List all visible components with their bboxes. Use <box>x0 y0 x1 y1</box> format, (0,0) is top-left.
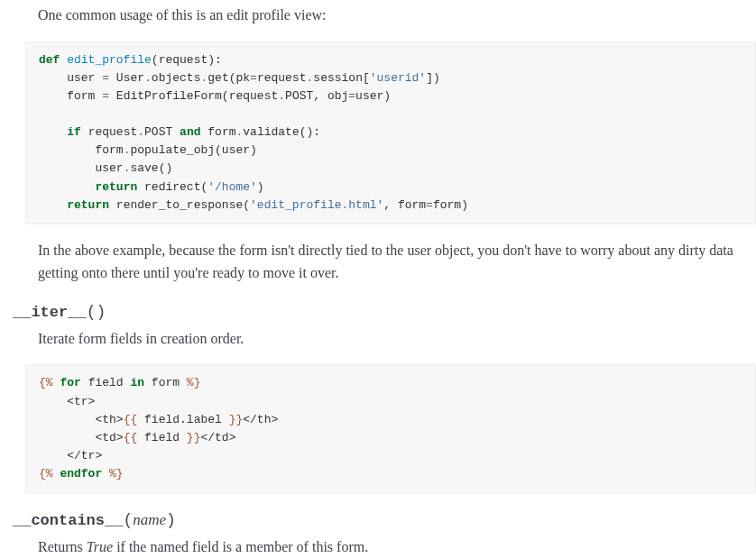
code-text: form) <box>433 198 468 212</box>
code-text: validate(): <box>243 125 320 139</box>
iter-description: Iterate form fields in creation order. <box>38 327 756 351</box>
string: 'edit_profile.html' <box>250 198 383 212</box>
op: = <box>102 89 109 103</box>
op: . <box>137 125 144 139</box>
paren: ( <box>152 53 159 67</box>
jinja-delim: {% <box>39 376 53 389</box>
code-text: render_to_response( <box>109 198 250 212</box>
code-text: user <box>39 71 102 85</box>
op: = <box>426 198 433 212</box>
code-text: <td> <box>39 431 124 444</box>
method-paren-open: ( <box>123 511 133 529</box>
arg: request <box>159 53 208 67</box>
method-arg: name <box>133 511 166 528</box>
code-text: </th> <box>243 413 278 426</box>
code-block-jinja-loop: {% for field in form %} <tr> <th>{{ fiel… <box>25 364 756 493</box>
kw-and: and <box>180 125 200 139</box>
op: . <box>144 71 152 85</box>
code-text: form <box>200 125 235 139</box>
jinja-delim: %} <box>102 467 123 480</box>
code-text: user <box>39 161 124 175</box>
kw-return: return <box>95 180 137 194</box>
code-text: User <box>109 71 144 85</box>
op: = <box>348 89 355 103</box>
code-text: redirect( <box>137 180 207 194</box>
contains-description: Returns True if the named field is a mem… <box>38 535 756 558</box>
kw-in: in <box>130 376 144 389</box>
op: = <box>250 71 257 85</box>
string: '/home' <box>207 180 257 194</box>
code-text: field <box>81 376 131 389</box>
jinja-delim: %} <box>187 376 201 389</box>
code-text: ) <box>257 180 264 194</box>
code-text: , form <box>383 198 426 212</box>
paren: ): <box>207 53 222 67</box>
code-text: <th> <box>39 413 124 426</box>
code-text: field.label <box>137 413 228 426</box>
code-text: field <box>137 431 187 444</box>
fn-name: edit_profile <box>60 53 151 67</box>
desc-true: True <box>87 539 113 554</box>
method-name: __iter__ <box>13 304 87 321</box>
desc-text: if the named field is a member of this f… <box>113 539 368 554</box>
code-text: form <box>144 376 187 389</box>
code-text: <tr> <box>39 395 95 408</box>
kw-for: for <box>53 376 81 389</box>
jinja-delim: {% <box>39 467 53 480</box>
code-text: EditProfileForm(request <box>109 89 278 103</box>
jinja-delim: {{ <box>124 431 138 444</box>
kw-return: return <box>67 198 109 212</box>
kw-endfor: endfor <box>53 467 103 480</box>
op: = <box>102 71 109 85</box>
string: 'userid' <box>370 71 426 85</box>
jinja-delim: }} <box>229 413 244 426</box>
code-text: ]) <box>426 71 440 85</box>
code-text: POST <box>144 125 180 139</box>
desc-text: Returns <box>38 539 87 554</box>
jinja-delim: }} <box>187 431 201 444</box>
method-paren-close: ) <box>166 511 176 529</box>
after-paragraph: In the above example, because the form i… <box>38 239 756 285</box>
code-text: </td> <box>200 431 235 444</box>
kw-def: def <box>39 53 60 67</box>
code-text: session[ <box>313 71 369 85</box>
code-text: form <box>39 143 124 157</box>
code-text: form <box>39 89 102 103</box>
code-text: request <box>81 125 137 139</box>
code-text: objects <box>152 71 201 85</box>
code-block-edit-profile: def edit_profile(request): user = User.o… <box>25 41 756 224</box>
method-parens: () <box>87 303 106 321</box>
code-text: </tr> <box>39 449 102 462</box>
code-text: save() <box>130 161 172 175</box>
code-text: user) <box>355 89 391 103</box>
kw-if: if <box>67 125 81 139</box>
code-text: POST, obj <box>285 89 348 103</box>
code-text: populate_obj(user) <box>130 143 256 157</box>
method-signature-contains: __contains__(name) <box>13 508 756 534</box>
op: . <box>278 89 285 103</box>
intro-paragraph: One common usage of this is an edit prof… <box>38 4 756 27</box>
method-name: __contains__ <box>13 512 123 529</box>
code-text: get(pk <box>207 71 250 85</box>
method-signature-iter: __iter__() <box>13 299 756 325</box>
code-text: request <box>257 71 307 85</box>
jinja-delim: {{ <box>124 413 138 426</box>
